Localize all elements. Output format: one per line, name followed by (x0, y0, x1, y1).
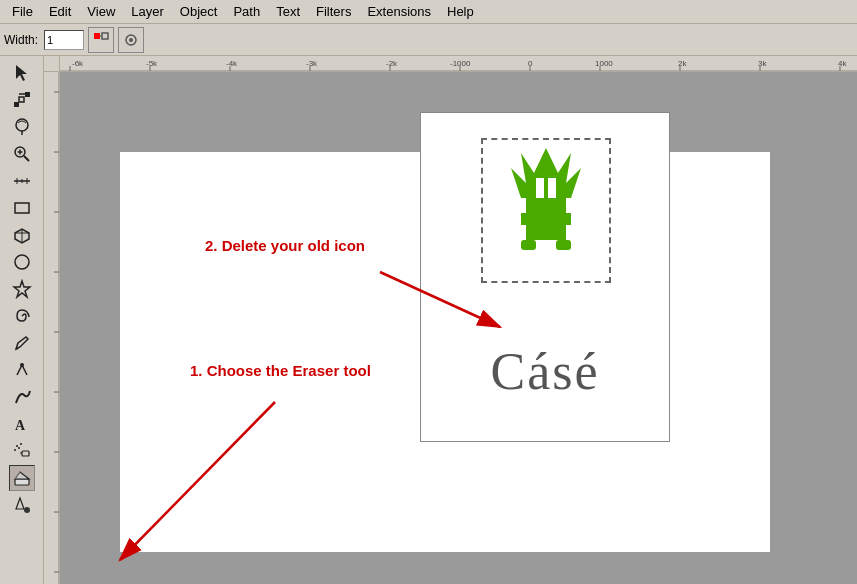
star-tool[interactable] (9, 276, 35, 302)
svg-rect-8 (19, 97, 24, 102)
snap-button[interactable] (88, 27, 114, 53)
menu-filters[interactable]: Filters (308, 2, 359, 21)
svg-rect-20 (15, 203, 29, 213)
canvas-area: -6k -5k -4k -3k -2k -1000 0 1000 2k 3k (44, 56, 857, 584)
width-input[interactable] (44, 30, 84, 50)
zoom-tool[interactable] (9, 141, 35, 167)
svg-marker-5 (16, 65, 27, 81)
icon-box: Cásé (420, 112, 670, 442)
svg-point-4 (129, 38, 133, 42)
logo-text: Cásé (421, 342, 669, 401)
svg-text:-1000: -1000 (450, 59, 471, 68)
select-tool[interactable] (9, 60, 35, 86)
canvas-content: Cásé 2. Delete your old icon 1. Choose t… (60, 72, 857, 584)
svg-text:A: A (15, 418, 26, 433)
svg-point-27 (20, 363, 24, 367)
svg-text:4k: 4k (838, 59, 847, 68)
svg-point-31 (14, 449, 16, 451)
toolbar: Width: (0, 24, 857, 56)
svg-text:2k: 2k (678, 59, 687, 68)
menu-extensions[interactable]: Extensions (359, 2, 439, 21)
menu-object[interactable]: Object (172, 2, 226, 21)
3dbox-tool[interactable] (9, 222, 35, 248)
svg-marker-25 (14, 281, 30, 297)
menu-layer[interactable]: Layer (123, 2, 172, 21)
pen-tool[interactable] (9, 357, 35, 383)
svg-point-29 (16, 445, 18, 447)
spiral-tool[interactable] (9, 303, 35, 329)
node-button[interactable] (118, 27, 144, 53)
ruler-corner (44, 56, 60, 72)
menu-text[interactable]: Text (268, 2, 308, 21)
svg-text:-4k: -4k (226, 59, 238, 68)
svg-line-13 (24, 156, 29, 161)
tweak-tool[interactable] (9, 114, 35, 140)
main-area: A (0, 56, 857, 584)
ruler-left (44, 72, 60, 584)
menu-file[interactable]: File (4, 2, 41, 21)
svg-text:1000: 1000 (595, 59, 613, 68)
svg-rect-33 (22, 451, 29, 456)
svg-rect-7 (25, 92, 30, 97)
toolbox: A (0, 56, 44, 584)
text-tool[interactable]: A (9, 411, 35, 437)
pencil-tool[interactable] (9, 330, 35, 356)
svg-point-24 (15, 255, 29, 269)
selected-icon (481, 138, 611, 283)
eraser-tool[interactable] (9, 465, 35, 491)
calligraphy-tool[interactable] (9, 384, 35, 410)
svg-rect-0 (94, 33, 100, 39)
menu-view[interactable]: View (79, 2, 123, 21)
svg-rect-1 (102, 33, 108, 39)
menu-help[interactable]: Help (439, 2, 482, 21)
fill-tool[interactable] (9, 492, 35, 518)
menu-path[interactable]: Path (225, 2, 268, 21)
svg-point-30 (20, 443, 22, 445)
svg-text:3k: 3k (758, 59, 767, 68)
rect-tool[interactable] (9, 195, 35, 221)
svg-text:-3k: -3k (306, 59, 318, 68)
node-tool[interactable] (9, 87, 35, 113)
svg-point-38 (24, 507, 30, 513)
svg-text:-6k: -6k (72, 59, 84, 68)
svg-text:-2k: -2k (386, 59, 398, 68)
ruler-top: -6k -5k -4k -3k -2k -1000 0 1000 2k 3k (60, 56, 857, 72)
circle-tool[interactable] (9, 249, 35, 275)
svg-rect-35 (15, 479, 29, 485)
menu-bar: File Edit View Layer Object Path Text Fi… (0, 0, 857, 24)
svg-text:0: 0 (528, 59, 533, 68)
svg-point-32 (18, 447, 20, 449)
svg-text:-5k: -5k (146, 59, 158, 68)
spray-tool[interactable] (9, 438, 35, 464)
menu-edit[interactable]: Edit (41, 2, 79, 21)
measure-tool[interactable] (9, 168, 35, 194)
width-label: Width: (4, 33, 38, 47)
